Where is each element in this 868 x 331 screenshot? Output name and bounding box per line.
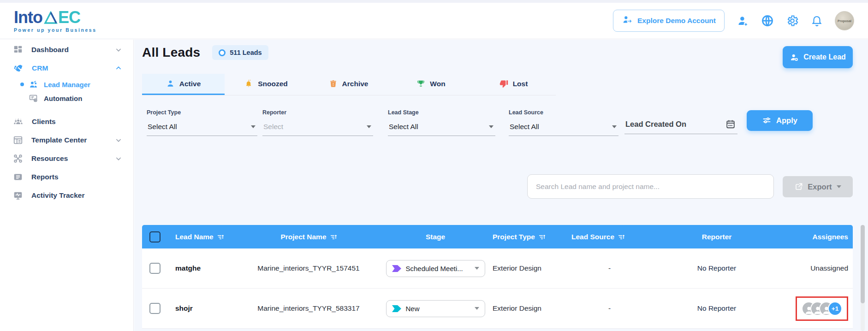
filter-lead-stage: Lead Stage Select All (388, 109, 495, 136)
project-type-cell: Exterior Design (491, 264, 571, 272)
user-avatar[interactable]: Proposal (835, 11, 854, 30)
sidebar-item-dashboard[interactable]: Dashboard (0, 41, 133, 59)
table-header-row: Lead Name Project Name Stage Project Typ… (142, 225, 853, 248)
create-lead-button[interactable]: Create Lead (783, 46, 853, 68)
logo-a-triangle-icon (44, 11, 58, 26)
settings-gear-button[interactable] (786, 14, 799, 27)
export-icon (794, 183, 803, 191)
select-all-checkbox[interactable] (149, 231, 161, 242)
table-scrollbar[interactable] (861, 225, 865, 331)
reporter-cell: No Reporter (648, 304, 786, 313)
scrollbar-thumb[interactable] (861, 225, 865, 303)
add-user-button[interactable] (737, 15, 749, 27)
column-header-project-name[interactable]: Project Name (237, 233, 380, 241)
tab-label: Archive (342, 80, 369, 88)
stage-dropdown[interactable]: New (386, 300, 485, 317)
sidebar-item-activity-tracker[interactable]: Activity Tracker (0, 186, 133, 205)
tab-active[interactable]: Active (142, 74, 225, 95)
logo-text-primary: Into (14, 9, 42, 26)
assignees-cell[interactable]: Unassigned (786, 264, 853, 272)
notifications-bell-button[interactable] (811, 15, 823, 27)
lead-stage-select[interactable]: Select All (388, 122, 495, 136)
filter-lead-source: Lead Source Select All (509, 109, 618, 136)
explore-demo-button[interactable]: Explore Demo Account (613, 10, 725, 32)
filter-label: Reporter (262, 109, 373, 116)
row-checkbox[interactable] (149, 263, 161, 274)
search-input[interactable] (527, 174, 774, 199)
sidebar-label: Automation (44, 95, 82, 102)
column-header-reporter[interactable]: Reporter (648, 233, 786, 241)
stage-dropdown[interactable]: Scheduled Meeti... (386, 260, 485, 277)
tab-lost[interactable]: Lost (472, 74, 555, 95)
caret-down-icon (475, 307, 479, 310)
annotation-highlight-box: +1 (796, 296, 848, 321)
sidebar-item-lead-manager[interactable]: Lead Manager (0, 77, 133, 91)
sidebar-label: Dashboard (31, 46, 115, 54)
lead-manager-icon (29, 80, 38, 89)
column-header-lead-name[interactable]: Lead Name (168, 233, 237, 241)
reporter-select[interactable]: Select (262, 122, 373, 136)
sidebar-item-reports[interactable]: Reports (0, 168, 133, 186)
sidebar-item-automation[interactable]: Automation (0, 91, 133, 105)
column-header-stage[interactable]: Stage (380, 233, 491, 241)
lost-thumbs-down-icon (499, 79, 508, 88)
table-row: shojr Marine_interiors_TYYR_583317 New E… (142, 289, 853, 329)
sidebar-item-template-center[interactable]: Template Center (0, 131, 133, 149)
lead-created-on-datepicker[interactable]: Lead Created On (624, 115, 737, 134)
lead-source-select[interactable]: Select All (509, 122, 618, 136)
filter-label: Lead Source (509, 109, 618, 116)
caret-down-icon (489, 125, 493, 128)
demo-user-switch-icon (622, 15, 633, 27)
snoozed-bell-icon: zz (244, 79, 253, 89)
notification-bell-icon (811, 15, 823, 27)
automation-icon (29, 94, 38, 103)
topbar: Into EC Power up your Business Explore D… (0, 3, 868, 39)
export-button[interactable]: Export (783, 176, 853, 197)
lead-name-cell[interactable]: matghe (168, 264, 237, 272)
apply-sliders-icon (762, 116, 772, 125)
lead-source-cell: - (571, 304, 648, 313)
project-name-cell: Marine_interiors_TYYR_157451 (237, 264, 380, 272)
app-logo[interactable]: Into EC Power up your Business (14, 9, 97, 33)
chevron-down-icon (115, 136, 122, 144)
sidebar-label: Resources (31, 154, 115, 163)
assignee-avatar-group[interactable]: +1 (802, 301, 842, 316)
column-header-assignees[interactable]: Assignees (786, 233, 853, 241)
sidebar-item-crm[interactable]: CRM (0, 59, 133, 77)
sidebar-label: Reports (31, 173, 122, 181)
create-lead-user-icon (790, 53, 799, 62)
language-globe-button[interactable] (761, 14, 774, 27)
sidebar-label: CRM (32, 64, 115, 72)
column-header-lead-source[interactable]: Lead Source (571, 233, 648, 241)
tab-archive[interactable]: Archive (307, 74, 390, 95)
active-person-icon (166, 79, 175, 88)
archive-trash-icon (329, 79, 338, 88)
lead-count-badge: 511 Leads (212, 45, 268, 60)
filter-reporter: Reporter Select (262, 109, 373, 136)
lead-name-cell[interactable]: shojr (168, 304, 237, 313)
sidebar-item-resources[interactable]: Resources (0, 149, 133, 168)
sidebar-item-clients[interactable]: Clients (0, 112, 133, 131)
table-row: matghe Marine_interiors_TYYR_157451 Sche… (142, 248, 853, 289)
template-center-icon (13, 135, 23, 145)
export-label: Export (808, 183, 832, 191)
dashboard-grid-icon (13, 45, 23, 55)
caret-down-icon (367, 125, 371, 128)
column-header-project-type[interactable]: Project Type (491, 233, 571, 241)
row-checkbox[interactable] (149, 303, 161, 314)
lead-source-cell: - (571, 264, 648, 272)
assignee-overflow-badge[interactable]: +1 (828, 301, 842, 316)
apply-filters-button[interactable]: Apply (747, 110, 813, 131)
filter-label: Project Type (147, 109, 257, 116)
apply-label: Apply (776, 116, 797, 125)
resources-network-icon (13, 154, 23, 164)
chevron-up-icon (115, 65, 122, 72)
tab-won[interactable]: Won (390, 74, 472, 95)
settings-gear-icon (786, 14, 799, 27)
project-type-select[interactable]: Select All (147, 122, 257, 136)
svg-text:z: z (250, 79, 251, 81)
logo-text-secondary: EC (58, 9, 80, 26)
tab-snoozed[interactable]: zz Snoozed (225, 74, 307, 95)
sort-icon (618, 234, 624, 240)
lead-status-tabs: Active zz Snoozed Archive Won Lost (142, 74, 556, 95)
